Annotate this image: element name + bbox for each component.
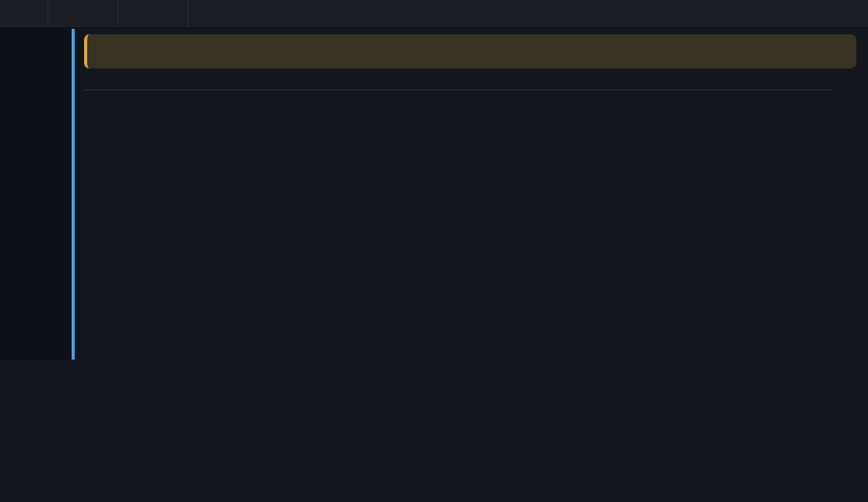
column-header-line[interactable]: [0, 0, 48, 27]
column-header-total[interactable]: [118, 0, 188, 27]
profiler-app: [0, 0, 868, 502]
column-header-self[interactable]: [48, 0, 118, 27]
table-header: [0, 0, 868, 29]
column-header-code[interactable]: [188, 0, 868, 27]
expanded-detail-panel: [0, 29, 868, 360]
specialization-banner: [84, 34, 856, 68]
expanded-gutter: [0, 29, 72, 360]
instruction-table-header: [84, 78, 832, 90]
expanded-content: [75, 29, 868, 360]
instruction-table: [84, 78, 832, 90]
